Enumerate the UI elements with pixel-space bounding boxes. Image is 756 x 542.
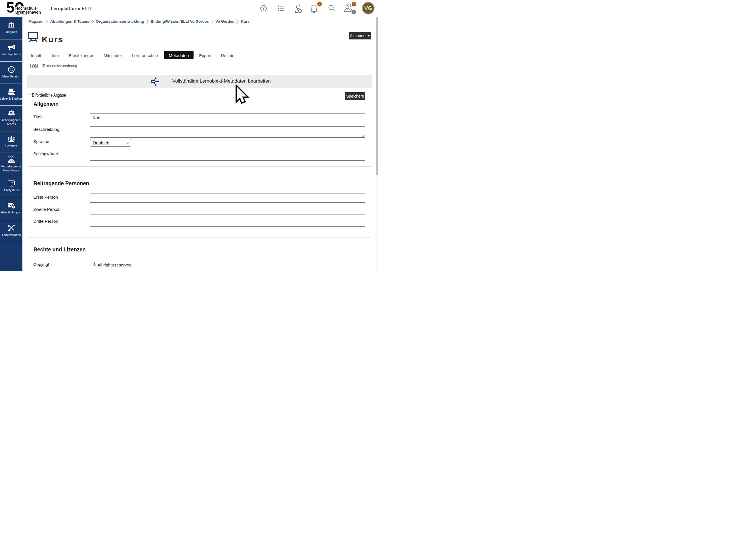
svg-text:5: 5: [7, 0, 14, 16]
svg-text:?: ?: [12, 205, 14, 209]
svg-text:1: 1: [353, 10, 355, 14]
svg-text:1975 – 2025: 1975 – 2025: [16, 13, 27, 16]
svg-text:1: 1: [353, 2, 355, 6]
svg-text:?: ?: [262, 6, 265, 10]
svg-text:VG: VG: [364, 5, 372, 11]
svg-text:2: 2: [319, 2, 320, 6]
